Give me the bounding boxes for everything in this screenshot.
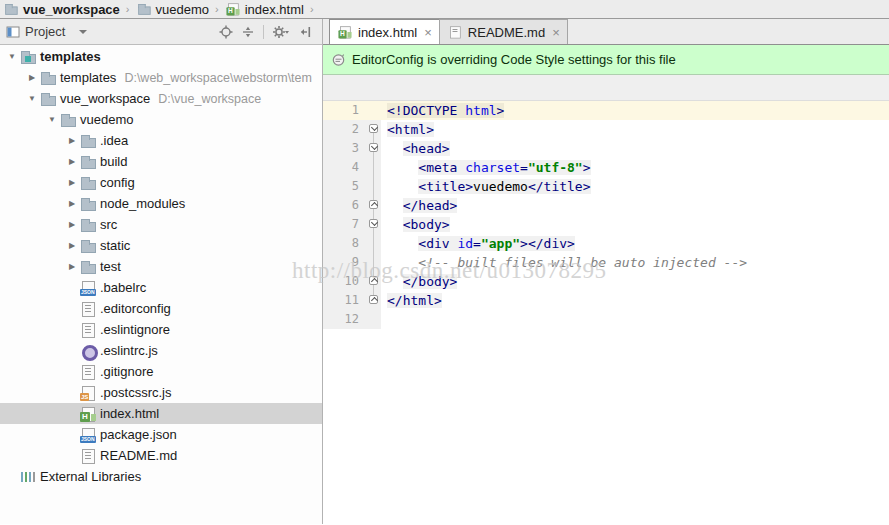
tree-item-templates[interactable]: ▼templates [0,46,322,67]
tree-item-.eslintrc.js[interactable]: .eslintrc.js [0,340,322,361]
code-line-text[interactable]: <head> [381,139,889,158]
chevron-collapsed-icon[interactable]: ▶ [64,241,80,250]
chevron-collapsed-icon[interactable]: ▶ [24,73,40,82]
code-line-7[interactable]: 7 <body> [323,215,889,234]
tree-item-.babelrc[interactable]: JSON.babelrc [0,277,322,298]
tree-item-label: static [100,238,130,253]
code-token: <!-- built files will be auto injected -… [418,255,747,270]
tree-item-label: .editorconfig [100,301,171,316]
code-line-12[interactable]: 12 [323,310,889,329]
tree-item-node_modules[interactable]: ▶node_modules [0,193,322,214]
fold-end-icon[interactable] [369,200,378,209]
breadcrumb-item-index.html[interactable]: Hindex.html [225,0,304,18]
code-line-text[interactable]: <div id="app"></div> [381,234,889,253]
code-line-text[interactable]: <meta charset="utf-8"> [381,158,889,177]
code-token: <meta [418,160,465,175]
gutter: 12 [323,310,381,329]
code-line-1[interactable]: 1<!DOCTYPE html> [323,101,889,120]
code-line-text[interactable]: <!-- built files will be auto injected -… [381,253,889,272]
tree-item-vuedemo[interactable]: ▼vuedemo [0,109,322,130]
breadcrumb-item-vue_workspace[interactable]: vue_workspace [3,0,120,18]
locate-icon[interactable] [219,25,233,39]
line-number: 12 [345,310,359,329]
line-number: 4 [352,158,359,177]
fold-end-icon[interactable] [369,295,378,304]
code-editor[interactable]: 1<!DOCTYPE html>2<html>3 <head>4 <meta c… [323,101,889,524]
chevron-collapsed-icon[interactable]: ▶ [64,178,80,187]
tree-item-config[interactable]: ▶config [0,172,322,193]
fold-start-icon[interactable] [369,219,378,228]
code-line-text[interactable]: </body> [381,272,889,291]
chevron-collapsed-icon[interactable]: ▶ [64,157,80,166]
breadcrumb-item-vuedemo[interactable]: vuedemo [136,0,209,18]
fold-start-icon[interactable] [369,143,378,152]
tree-item-label: test [100,259,121,274]
code-line-text[interactable]: <!DOCTYPE html> [381,101,889,120]
code-token: ></div> [520,236,575,251]
tree-item-index.html[interactable]: Hindex.html [0,403,322,424]
tab-close-icon[interactable]: × [552,25,560,40]
chevron-expanded-icon[interactable]: ▼ [4,52,20,61]
tree-item-label: External Libraries [40,469,141,484]
code-token [387,160,418,175]
tree-item-README.md[interactable]: README.md [0,445,322,466]
code-line-text[interactable]: <title>vuedemo</title> [381,177,889,196]
tree-item-templates[interactable]: ▶templatesD:\web_workspace\webstorm\tem [0,67,322,88]
line-number: 9 [352,253,359,272]
code-token [387,255,418,270]
code-line-10[interactable]: 10 </body> [323,272,889,291]
tree-item-.postcssrc.js[interactable]: JS.postcssrc.js [0,382,322,403]
tab-index.html[interactable]: Hindex.html× [329,19,440,44]
code-line-text[interactable]: <body> [381,215,889,234]
code-line-9[interactable]: 9 <!-- built files will be auto injected… [323,253,889,272]
tree-item-.editorconfig[interactable]: .editorconfig [0,298,322,319]
fold-end-icon[interactable] [369,276,378,285]
code-line-text[interactable]: <html> [381,120,889,139]
folder-icon [80,196,96,212]
tree-item-build[interactable]: ▶build [0,151,322,172]
chevron-collapsed-icon[interactable]: ▶ [64,220,80,229]
code-line-text[interactable]: </html> [381,291,889,310]
code-line-11[interactable]: 11</html> [323,291,889,310]
code-line-2[interactable]: 2<html> [323,120,889,139]
hide-panel-icon[interactable] [299,25,312,39]
code-line-text[interactable] [381,310,889,329]
project-dropdown-icon[interactable] [79,30,87,34]
folder-icon [80,259,96,275]
tree-item-vue_workspace[interactable]: ▼vue_workspaceD:\vue_workspace [0,88,322,109]
html-file-icon: H [80,406,96,422]
settings-gear-icon[interactable] [272,25,291,39]
tree-item-static[interactable]: ▶static [0,235,322,256]
tree-item-package.json[interactable]: JSONpackage.json [0,424,322,445]
code-line-3[interactable]: 3 <head> [323,139,889,158]
tree-item-External Libraries[interactable]: External Libraries [0,466,322,487]
text-file-icon [80,301,96,317]
chevron-expanded-icon[interactable]: ▼ [24,94,40,103]
tab-label: README.md [468,25,545,40]
tree-item-.gitignore[interactable]: .gitignore [0,361,322,382]
project-panel-title[interactable]: Project [25,24,65,39]
tree-item-.eslintignore[interactable]: .eslintignore [0,319,322,340]
tree-item-icon-wrap [80,322,98,338]
collapse-all-icon[interactable] [241,25,255,39]
tree-item-icon-wrap [20,469,38,485]
tree-item-icon-wrap [80,238,98,254]
chevron-collapsed-icon[interactable]: ▶ [64,136,80,145]
chevron-collapsed-icon[interactable]: ▶ [64,199,80,208]
tab-close-icon[interactable]: × [424,25,432,40]
tab-README.md[interactable]: README.md× [439,19,568,44]
fold-start-icon[interactable] [369,124,378,133]
tree-item-src[interactable]: ▶src [0,214,322,235]
line-number: 11 [345,291,359,310]
code-line-text[interactable]: </head> [381,196,889,215]
tree-item-test[interactable]: ▶test [0,256,322,277]
tree-item-label: index.html [100,406,159,421]
code-line-8[interactable]: 8 <div id="app"></div> [323,234,889,253]
code-line-5[interactable]: 5 <title>vuedemo</title> [323,177,889,196]
tree-item-.idea[interactable]: ▶.idea [0,130,322,151]
line-number: 2 [352,120,359,139]
chevron-expanded-icon[interactable]: ▼ [44,115,60,124]
code-line-6[interactable]: 6 </head> [323,196,889,215]
chevron-collapsed-icon[interactable]: ▶ [64,262,80,271]
code-line-4[interactable]: 4 <meta charset="utf-8"> [323,158,889,177]
